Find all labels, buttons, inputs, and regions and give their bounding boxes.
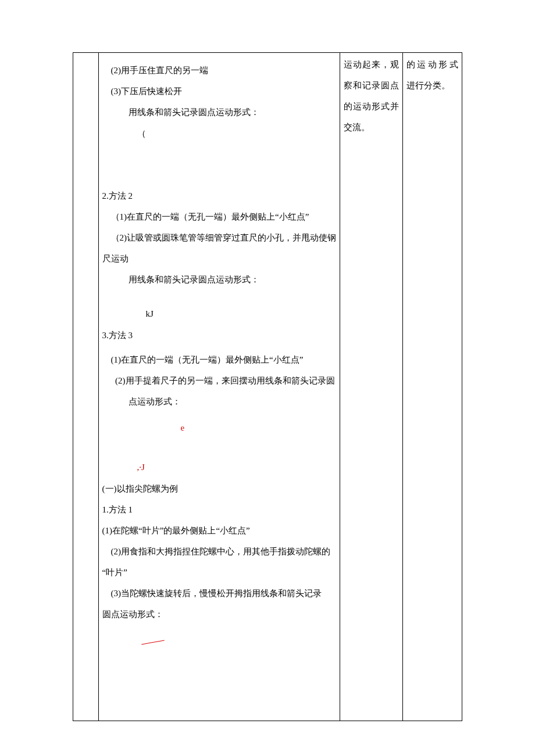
motion-glyph-2: kJ (102, 305, 337, 323)
step-2: (2)用手压住直尺的另一端 (102, 60, 337, 81)
method-3-title: 3.方法 3 (102, 325, 337, 346)
method-3-step-1: (1)在直尺的一端（无孔一端）最外侧贴上“小红点” (102, 349, 337, 370)
method-3-step-2: (2)用手提着尺子的另一端，来回摆动用线条和箭头记录圆点运动形式： (115, 376, 335, 406)
slash-mark-icon (141, 640, 165, 645)
gyro-method-1-title: 1.方法 1 (102, 499, 337, 520)
method-2-step-1: （1)在直尺的一端（无孔一端）最外侧贴上“小红点” (102, 206, 337, 227)
step-3: (3)下压后快速松开 (102, 81, 337, 102)
section-gyro-title: (一)以指尖陀螺为例 (102, 478, 337, 499)
motion-glyph-1: （ (102, 125, 337, 142)
gyro-m1-step-1: (1)在陀螺“叶片”的最外侧贴上“小红点” (102, 520, 337, 541)
column-1 (73, 53, 99, 721)
gyro-m1-step-3: (3)当陀螺快速旋转后，慢慢松开拇指用线条和箭头记录圆点运动形式： (102, 589, 322, 619)
record-instruction-2: 用线条和箭头记录圆点运动形式： (102, 269, 337, 290)
col3-text: 运动起来，观察和记录圆点的运动形式并交流。 (344, 60, 398, 132)
gyro-m1-step-2: (2)用食指和大拇指捏住陀螺中心，用其他手指拨动陀螺的“叶片” (102, 541, 337, 583)
method-2-step-2: （2)让吸管或圆珠笔管等细管穿过直尺的小孔，并甩动使钢尺运动 (102, 227, 337, 269)
column-4-classify: 的运动形式进行分类。 (402, 53, 462, 721)
column-3-observe: 运动起来，观察和记录圆点的运动形式并交流。 (340, 53, 402, 721)
record-instruction-1: 用线条和箭头记录圆点运动形式： (102, 102, 337, 123)
layout-table: (2)用手压住直尺的另一端 (3)下压后快速松开 用线条和箭头记录圆点运动形式：… (73, 52, 462, 721)
col4-text: 的运动形式进行分类。 (406, 60, 458, 90)
motion-glyph-3b: ,·J (102, 458, 337, 476)
motion-glyph-3a: e (102, 419, 337, 436)
column-2-main: (2)用手压住直尺的另一端 (3)下压后快速松开 用线条和箭头记录圆点运动形式：… (98, 53, 340, 721)
method-2-title: 2.方法 2 (102, 185, 337, 206)
